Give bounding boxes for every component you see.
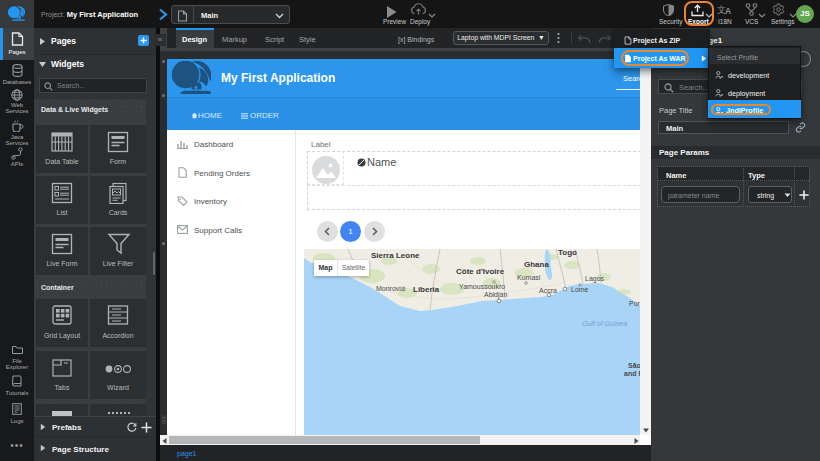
svg-text:and Pr: and Pr [624,370,640,377]
svg-text:Côte d'Ivoire: Côte d'Ivoire [456,267,505,276]
svg-text:Monrovia: Monrovia [376,285,405,292]
svg-text:Togo: Togo [558,249,577,257]
svg-text:Lagos: Lagos [585,275,605,283]
svg-text:Kumasi: Kumasi [517,274,541,281]
svg-text:Liberia: Liberia [413,285,440,294]
svg-text:Port: Port [629,300,640,307]
svg-text:Yamoussoukro: Yamoussoukro [459,283,505,290]
svg-text:Lome: Lome [571,286,589,293]
svg-text:Gulf of Guinea: Gulf of Guinea [582,320,627,327]
svg-text:São: São [628,362,640,369]
svg-text:Ghana: Ghana [524,260,549,269]
svg-text:Abidjan: Abidjan [484,291,507,299]
svg-text:Sierra Leone: Sierra Leone [371,251,420,260]
